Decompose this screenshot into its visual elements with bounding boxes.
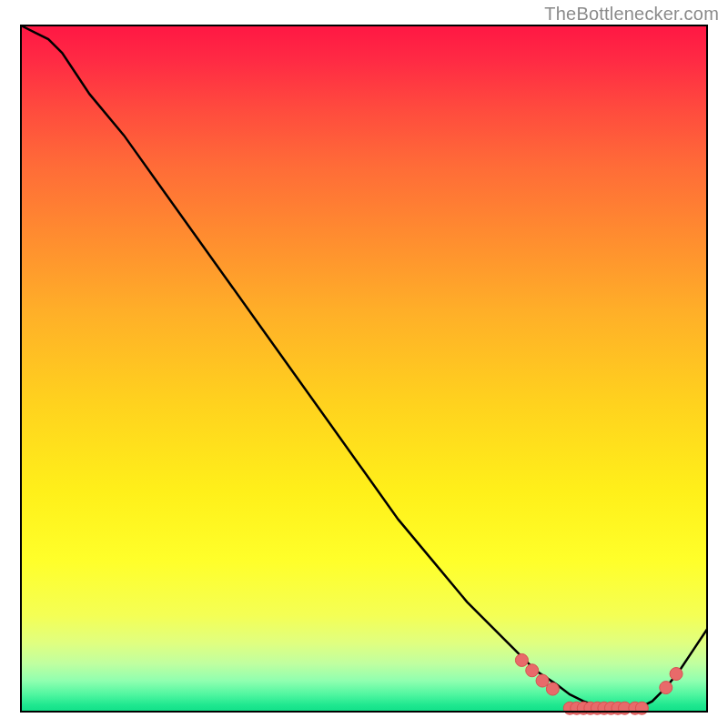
marker-dot xyxy=(670,668,682,681)
marker-dot xyxy=(526,664,539,677)
plot-background xyxy=(21,25,707,712)
marker-dot xyxy=(635,702,648,714)
marker-dot xyxy=(536,674,549,687)
chart-svg xyxy=(0,0,728,728)
attribution-label: TheBottlenecker.com xyxy=(544,4,719,25)
marker-dot xyxy=(660,682,672,694)
chart-container: TheBottlenecker.com xyxy=(0,0,728,728)
marker-dot xyxy=(546,682,559,695)
marker-dot xyxy=(515,653,528,666)
